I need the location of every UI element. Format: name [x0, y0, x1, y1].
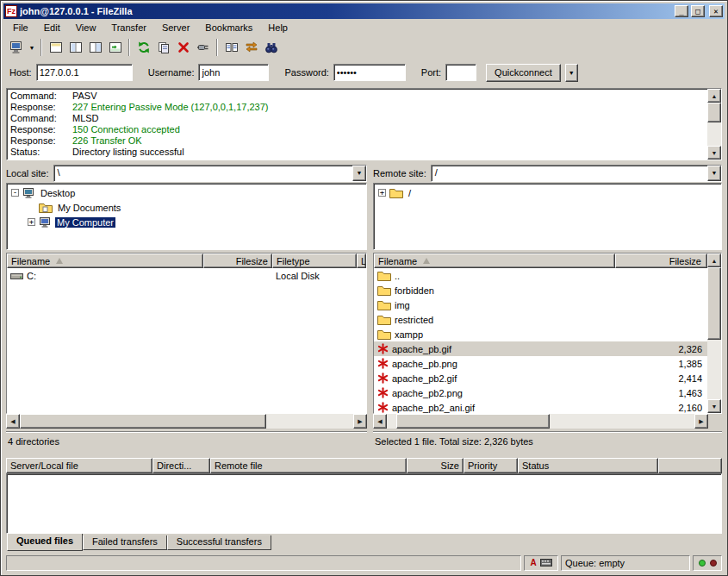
- tab-queued-files[interactable]: Queued files: [7, 534, 83, 551]
- tree-item-root[interactable]: + /: [374, 185, 721, 200]
- process-queue-button[interactable]: [153, 38, 173, 57]
- password-input[interactable]: [333, 64, 406, 81]
- file-row[interactable]: restricted: [374, 312, 707, 327]
- menu-bookmarks[interactable]: Bookmarks: [197, 20, 260, 35]
- toggle-local-treeview-button[interactable]: [65, 38, 85, 57]
- tree-item-my-documents[interactable]: My Documents: [7, 200, 366, 215]
- scroll-down-icon[interactable]: ▼: [707, 146, 721, 160]
- cancel-operation-button[interactable]: [173, 38, 193, 57]
- scroll-right-icon[interactable]: ▶: [694, 414, 708, 429]
- file-row[interactable]: xampp: [374, 327, 707, 341]
- column-header-filetype[interactable]: Filetype: [272, 254, 357, 268]
- port-input[interactable]: [445, 64, 476, 81]
- file-name: apache_pb.png: [392, 359, 457, 369]
- file-row[interactable]: forbidden: [374, 283, 707, 297]
- local-site-combo[interactable]: \ ▼: [53, 165, 367, 182]
- column-header-lastmodified[interactable]: L: [357, 254, 366, 268]
- toggle-transfer-queue-button[interactable]: [105, 38, 125, 57]
- message-log: Command:PASV Response:227 Entering Passi…: [6, 88, 722, 160]
- queue-status-text: Queue: empty: [561, 555, 690, 571]
- column-header-filesize[interactable]: Filesize: [615, 254, 707, 268]
- file-row[interactable]: apache_pb.png 1,385: [374, 356, 707, 371]
- menu-file[interactable]: File: [5, 20, 36, 35]
- chevron-down-icon[interactable]: ▼: [352, 166, 366, 181]
- column-header-filesize[interactable]: Filesize: [203, 254, 272, 268]
- menu-help[interactable]: Help: [260, 20, 296, 35]
- minimize-button[interactable]: _: [675, 5, 688, 17]
- column-header-priority[interactable]: Priority: [464, 458, 518, 473]
- local-site-value: \: [54, 166, 352, 181]
- scrollbar-thumb[interactable]: [707, 267, 721, 340]
- remote-site-combo[interactable]: / ▼: [431, 165, 722, 182]
- column-header-filename[interactable]: Filename: [7, 254, 203, 268]
- menu-transfer[interactable]: Transfer: [103, 20, 154, 35]
- chevron-down-icon[interactable]: ▼: [707, 166, 721, 181]
- column-header-server-local-file[interactable]: Server/Local file: [6, 458, 152, 473]
- password-label: Password:: [284, 67, 328, 78]
- menu-edit[interactable]: Edit: [36, 20, 68, 35]
- toggle-message-log-button[interactable]: [46, 38, 65, 57]
- column-header-size[interactable]: Size: [407, 458, 464, 473]
- file-row[interactable]: apache_pb2_ani.gif 2,160: [374, 400, 707, 413]
- statusbar-message-area: [6, 555, 521, 571]
- tab-successful-transfers[interactable]: Successful transfers: [167, 535, 271, 550]
- tree-item-label: My Documents: [56, 203, 122, 213]
- menu-server[interactable]: Server: [154, 20, 197, 35]
- scroll-down-icon[interactable]: ▼: [707, 399, 721, 413]
- tree-item-desktop[interactable]: - Desktop: [7, 185, 366, 200]
- file-row[interactable]: ..: [374, 268, 707, 283]
- scroll-left-icon[interactable]: ◀: [6, 414, 20, 429]
- quickconnect-button[interactable]: Quickconnect: [486, 64, 561, 82]
- scroll-right-icon[interactable]: ▶: [353, 414, 367, 429]
- file-row[interactable]: img: [374, 297, 707, 312]
- column-header-status[interactable]: Status: [518, 458, 658, 473]
- scroll-up-icon[interactable]: ▲: [707, 254, 721, 267]
- log-text: PASV: [72, 91, 97, 102]
- toggle-remote-treeview-button[interactable]: [85, 38, 105, 57]
- refresh-button[interactable]: [134, 38, 153, 57]
- scrollbar-thumb[interactable]: [396, 414, 551, 429]
- tree-item-my-computer[interactable]: + My Computer: [7, 215, 366, 229]
- synchronized-browsing-button[interactable]: [241, 38, 261, 57]
- remote-vscrollbar[interactable]: ▲ ▼: [707, 254, 721, 413]
- log-type: Response:: [7, 102, 72, 113]
- site-manager-dropdown[interactable]: ▼: [27, 38, 37, 57]
- remote-list-body: .. forbidden img restricted: [374, 268, 707, 413]
- scroll-left-icon[interactable]: ◀: [373, 414, 387, 429]
- scroll-up-icon[interactable]: ▲: [707, 89, 721, 103]
- maximize-button[interactable]: □: [691, 5, 705, 17]
- file-name: ..: [395, 271, 400, 281]
- quickconnect-dropdown[interactable]: ▼: [565, 64, 578, 82]
- pane-splitter[interactable]: [367, 163, 373, 451]
- expand-icon[interactable]: +: [378, 189, 386, 197]
- username-input[interactable]: [198, 64, 269, 81]
- local-hscrollbar[interactable]: ◀ ▶: [6, 414, 367, 429]
- disconnect-button[interactable]: [193, 38, 213, 57]
- close-button[interactable]: ✕: [709, 5, 723, 17]
- file-row[interactable]: apache_pb2.png 1,463: [374, 385, 707, 400]
- column-header-filename[interactable]: Filename: [374, 254, 615, 268]
- remote-hscrollbar[interactable]: ◀ ▶: [373, 414, 708, 429]
- file-row[interactable]: C: Local Disk: [7, 268, 366, 283]
- column-header-remote-file[interactable]: Remote file: [210, 458, 407, 473]
- scrollbar-thumb[interactable]: [20, 414, 266, 429]
- site-manager-button[interactable]: [7, 38, 27, 57]
- directory-comparison-button[interactable]: [221, 38, 241, 57]
- log-scrollbar[interactable]: ▲ ▼: [707, 89, 721, 160]
- file-name: apache_pb.gif: [392, 344, 451, 354]
- image-file-icon: [377, 387, 389, 398]
- collapse-icon[interactable]: -: [11, 189, 19, 197]
- expand-icon[interactable]: +: [28, 218, 35, 226]
- local-list-body: C: Local Disk: [7, 268, 366, 413]
- column-header-direction[interactable]: Directi...: [152, 458, 210, 473]
- titlebar[interactable]: Fz john@127.0.0.1 - FileZilla _ □ ✕: [3, 3, 725, 19]
- menu-view[interactable]: View: [68, 20, 104, 35]
- log-line: Response:226 Transfer OK: [7, 135, 721, 147]
- file-name: apache_pb2.png: [392, 388, 463, 398]
- host-input[interactable]: [36, 64, 133, 81]
- tab-failed-transfers[interactable]: Failed transfers: [83, 535, 167, 550]
- find-files-button[interactable]: [261, 38, 281, 57]
- file-row[interactable]: apache_pb2.gif 2,414: [374, 371, 707, 385]
- scrollbar-thumb[interactable]: [707, 103, 721, 122]
- file-row-selected[interactable]: apache_pb.gif 2,326: [374, 341, 707, 356]
